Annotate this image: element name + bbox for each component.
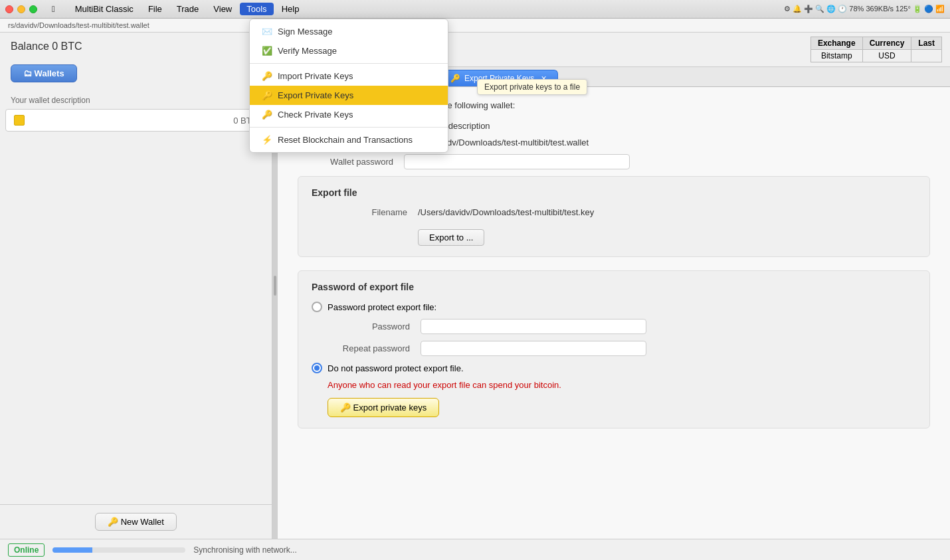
separator-1 [250,63,448,64]
path-bar: rs/davidv/Downloads/test-multibit/test.w… [0,19,950,33]
menu-tools[interactable]: Tools [240,3,273,15]
menu-import-private-keys[interactable]: 🔑 Import Private Keys [250,66,448,86]
password-section-title: Password of export file [312,282,916,292]
titlebar-controls [5,5,37,13]
sync-text: Synchronising with network... [193,545,296,555]
sign-message-icon: ✉️ [262,27,272,37]
exchange-header-currency: Currency [862,37,911,50]
export-to-button[interactable]: Export to ... [418,229,484,246]
menu-export-private-keys[interactable]: 🔑 Export Private Keys [250,86,448,105]
sidebar: Balance 0 BTC 🗂 Wallets Your wallet desc… [0,33,272,539]
export-filename-value: /Users/davidv/Downloads/test-multibit/te… [418,207,594,217]
tooltip-text: Export private keys to a file [484,82,580,92]
wallet-icon [14,115,25,126]
export-keys-icon: 🔑 [262,90,272,100]
menu-trade[interactable]: Trade [170,3,205,15]
maximize-button[interactable] [29,5,37,13]
do-not-protect-label: Do not password protect export file. [328,363,464,373]
main-content: Balance 0 BTC 🗂 Wallets Your wallet desc… [0,33,950,539]
verify-message-label: Verify Message [278,46,337,56]
password-input[interactable] [421,319,646,334]
menu-multibit[interactable]: MultiBit Classic [68,3,140,15]
export-filename-row: Filename /Users/davidv/Downloads/test-mu… [312,207,916,217]
tooltip-export-private-keys: Export private keys to a file [477,79,587,95]
password-section: Password of export file Password protect… [298,270,930,428]
balance-header: Balance 0 BTC [0,33,272,60]
verify-message-icon: ✅ [262,46,272,56]
minimize-button[interactable] [17,5,25,13]
exchange-row-last [911,50,942,62]
import-keys-icon: 🔑 [262,71,272,81]
tools-dropdown-menu: ✉️ Sign Message ✅ Verify Message 🔑 Impor… [249,19,448,153]
menu-bar:  MultiBit Classic File Trade View Tools… [45,3,306,15]
repeat-password-input[interactable] [421,341,646,356]
exchange-header-last: Last [911,37,942,50]
sign-message-label: Sign Message [278,27,332,37]
wallet-password-input[interactable] [404,154,630,169]
warning-text: Anyone who can read your export file can… [328,380,916,390]
sidebar-bottom: 🔑 New Wallet [0,504,272,539]
password-fields: Password Repeat password [328,319,916,356]
password-protect-row: Password protect export file: [312,302,916,312]
check-keys-icon: 🔑 [262,110,272,120]
wallets-button-container: 🗂 Wallets [0,60,272,86]
wallets-button[interactable]: 🗂 Wallets [11,64,77,82]
balance-text: Balance 0 BTC [11,41,82,52]
menu-file[interactable]: File [142,3,169,15]
separator-2 [250,127,448,128]
menu-view[interactable]: View [207,3,238,15]
wallet-section-label: Your wallet description [5,92,266,109]
reset-icon: ⚡ [262,135,272,145]
export-tab-icon: 🔑 [450,74,460,83]
password-protect-radio[interactable] [312,302,322,312]
exchange-row-currency: USD [862,50,911,62]
exchange-table: Exchange Currency Last Bitstamp USD [810,37,942,62]
battery-icon: ⚙ 🔔 ➕ 🔍 🌐 🕐 78% 369KB/s 125° 🔋 🔵 📶 [784,5,945,13]
wallet-item[interactable]: 0 BTC [5,109,266,132]
import-keys-label: Import Private Keys [278,71,353,81]
export-private-keys-button[interactable]: 🔑 Export private keys [328,398,439,417]
menu-verify-message[interactable]: ✅ Verify Message [250,41,448,60]
menu-check-private-keys[interactable]: 🔑 Check Private Keys [250,105,448,124]
password-row: Password [328,319,916,334]
check-keys-label: Check Private Keys [278,110,353,120]
export-keys-label: Export Private Keys [278,90,353,100]
status-bar: Online Synchronising with network... [0,539,950,560]
menu-sign-message[interactable]: ✉️ Sign Message [250,22,448,41]
new-wallet-button[interactable]: 🔑 New Wallet [95,513,177,531]
reset-label: Reset Blockchain and Transactions [278,135,413,145]
online-status: Online [8,543,45,557]
sync-progress-fill [52,547,92,553]
content-area: All private keys will be exported from t… [278,87,950,539]
menu-help[interactable]: Help [275,3,306,15]
path-text: rs/davidv/Downloads/test-multibit/test.w… [8,21,149,29]
repeat-password-row: Repeat password [328,341,916,356]
do-not-protect-radio[interactable] [312,363,322,373]
password-protect-label: Password protect export file: [328,302,436,312]
wallet-list: Your wallet description 0 BTC [0,86,272,504]
wallet-password-label: Wallet password [298,157,404,167]
sync-progress-bar [52,547,185,553]
close-button[interactable] [5,5,13,13]
export-file-title: Export file [312,187,916,198]
password-label: Password [328,322,421,331]
exchange-row-name: Bitstamp [810,50,862,62]
do-not-protect-row: Do not password protect export file. [312,363,916,373]
titlebar-right: ⚙ 🔔 ➕ 🔍 🌐 🕐 78% 369KB/s 125° 🔋 🔵 📶 [784,5,945,13]
apple-menu[interactable]:  [45,3,62,15]
titlebar:  MultiBit Classic File Trade View Tools… [0,0,950,19]
exchange-header-exchange: Exchange [810,37,862,50]
repeat-password-label: Repeat password [328,343,421,353]
export-filename-label: Filename [312,207,418,217]
export-file-section: Export file Filename /Users/davidv/Downl… [298,176,930,257]
wallet-item-left [14,115,25,126]
wallet-password-row: Wallet password [298,154,930,169]
menu-reset-blockchain[interactable]: ⚡ Reset Blockchain and Transactions [250,130,448,149]
app-window: rs/davidv/Downloads/test-multibit/test.w… [0,19,950,560]
